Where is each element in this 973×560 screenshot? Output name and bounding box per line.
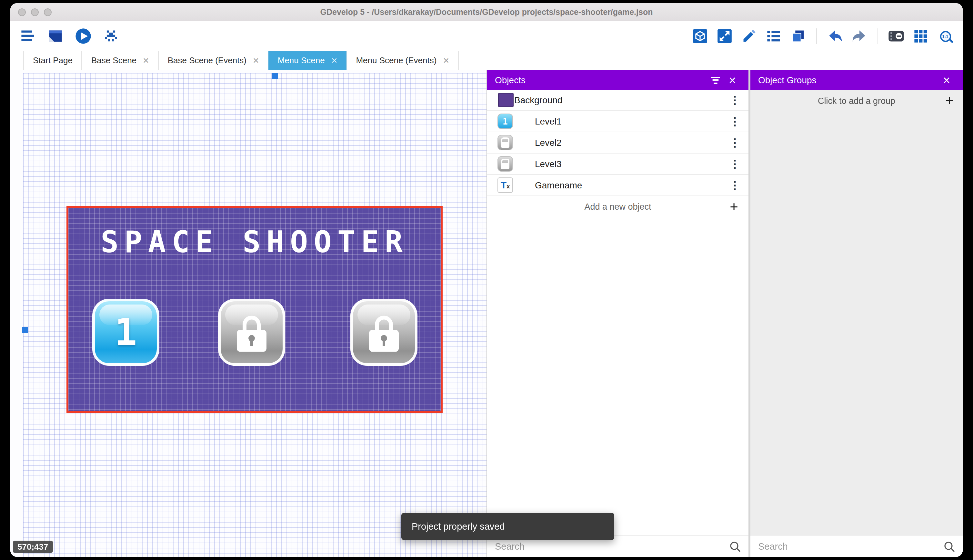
- toolbar-separator: [878, 28, 878, 44]
- tab-menu-scene-events[interactable]: Menu Scene (Events) ×: [347, 51, 459, 70]
- object-swap-icon: [717, 28, 732, 44]
- object-groups-panel-title: Object Groups: [758, 75, 938, 85]
- project-manager-button[interactable]: [19, 28, 36, 45]
- filter-icon: [711, 77, 720, 83]
- traffic-lights: [18, 8, 52, 16]
- object-label: Level2: [535, 137, 728, 148]
- close-window-button[interactable]: [18, 8, 26, 16]
- tab-close-icon[interactable]: ×: [332, 55, 337, 65]
- add-group-label: Click to add a group: [818, 96, 895, 105]
- edit-pencil-button[interactable]: [741, 28, 758, 45]
- redo-icon: [851, 28, 868, 45]
- tab-menu-scene[interactable]: Menu Scene ×: [269, 51, 347, 70]
- toolbar-right-group: 1:1: [692, 28, 954, 45]
- add-object-label: Add a new object: [584, 202, 651, 212]
- undo-button[interactable]: [826, 28, 843, 45]
- scene-window-button[interactable]: [47, 28, 64, 45]
- cube-3d-view-button[interactable]: [692, 28, 708, 45]
- background-object-icon: [498, 93, 513, 107]
- tab-base-scene-events[interactable]: Base Scene (Events) ×: [159, 51, 269, 70]
- kebab-menu-icon[interactable]: ⋮: [728, 157, 742, 171]
- level1-object-icon: [498, 113, 513, 129]
- toolbar-separator: [816, 28, 817, 44]
- kebab-menu-icon[interactable]: ⋮: [728, 115, 742, 128]
- preview-play-icon: [75, 28, 92, 45]
- object-groups-panel: Object Groups × Click to add a group +: [748, 70, 963, 557]
- grid-toggle-button[interactable]: [912, 28, 929, 45]
- tab-label: Menu Scene (Events): [356, 55, 437, 65]
- object-row-level1[interactable]: Level1 ⋮: [487, 111, 748, 132]
- add-group-plus-icon[interactable]: +: [945, 93, 954, 108]
- add-object-plus-icon[interactable]: +: [730, 200, 738, 214]
- window-mask-toggle-button[interactable]: [888, 28, 905, 45]
- groups-search-bar: [750, 535, 963, 557]
- selection-handle[interactable]: [272, 73, 278, 79]
- locked-object-icon: [498, 135, 513, 150]
- locked-object-icon: [498, 156, 513, 172]
- groups-search-input[interactable]: [758, 541, 943, 551]
- selection-handle[interactable]: [22, 327, 28, 333]
- events-list-button[interactable]: [765, 28, 782, 45]
- filter-button[interactable]: [707, 72, 724, 88]
- objects-search-input[interactable]: [495, 541, 729, 551]
- objects-panel: Objects × Background ⋮: [487, 70, 748, 557]
- cursor-coordinates-badge: 570;437: [13, 541, 53, 553]
- desktop: GDevelop 5 - /Users/dkarakay/Documents/G…: [0, 0, 973, 560]
- padlock-keyhole: [381, 335, 387, 341]
- window-mask-icon: [888, 28, 905, 45]
- padlock-icon: [237, 315, 267, 352]
- zoom-1-1-button[interactable]: 1:1: [937, 28, 954, 45]
- scene-instance-background[interactable]: SPACE SHOOTER 1: [67, 206, 443, 413]
- toolbar-left-group: [19, 28, 119, 45]
- kebab-menu-icon[interactable]: ⋮: [728, 93, 742, 107]
- level1-button-sprite[interactable]: 1: [92, 299, 159, 366]
- objects-panel-header: Objects ×: [487, 70, 748, 90]
- layers-button[interactable]: [790, 28, 806, 45]
- debug-icon: [103, 28, 119, 44]
- save-toast: Project properly saved: [402, 513, 614, 540]
- text-object-icon: [498, 177, 513, 193]
- add-group-row[interactable]: Click to add a group +: [750, 90, 963, 112]
- object-row-gamename[interactable]: Gamename ⋮: [487, 175, 748, 196]
- minimize-window-button[interactable]: [31, 8, 39, 16]
- tab-label: Start Page: [33, 55, 73, 65]
- preview-play-button[interactable]: [75, 28, 92, 45]
- add-object-row[interactable]: Add a new object +: [487, 196, 748, 217]
- zoom-1-1-icon: 1:1: [940, 31, 951, 42]
- level1-digit: 1: [95, 301, 157, 363]
- padlock-keyhole: [248, 335, 255, 341]
- undo-icon: [826, 28, 843, 45]
- objects-panel-title: Objects: [495, 75, 707, 85]
- tab-label: Base Scene: [91, 55, 137, 65]
- gdevelop-window: GDevelop 5 - /Users/dkarakay/Documents/G…: [10, 3, 963, 557]
- edit-pencil-icon: [741, 28, 757, 44]
- level2-button-sprite[interactable]: [218, 299, 285, 366]
- close-icon: ×: [943, 74, 950, 86]
- zoom-window-button[interactable]: [44, 8, 52, 16]
- object-row-level2[interactable]: Level2 ⋮: [487, 132, 748, 153]
- kebab-menu-icon[interactable]: ⋮: [728, 178, 742, 192]
- object-row-level3[interactable]: Level3 ⋮: [487, 153, 748, 175]
- tab-close-icon[interactable]: ×: [143, 55, 149, 65]
- zoom-label: 1:1: [942, 34, 948, 38]
- tab-close-icon[interactable]: ×: [443, 55, 449, 65]
- redo-button[interactable]: [851, 28, 868, 45]
- object-row-background[interactable]: Background ⋮: [487, 90, 748, 111]
- kebab-menu-icon[interactable]: ⋮: [728, 136, 742, 149]
- level3-button-sprite[interactable]: [350, 299, 417, 366]
- object-swap-button[interactable]: [716, 28, 733, 45]
- tab-label: Menu Scene: [278, 55, 325, 65]
- objects-panel-close-button[interactable]: ×: [724, 72, 741, 88]
- close-icon: ×: [729, 74, 736, 86]
- debug-button[interactable]: [103, 28, 119, 45]
- tab-start-page[interactable]: Start Page: [23, 51, 82, 70]
- padlock-icon: [369, 315, 399, 352]
- object-label: Level1: [535, 116, 728, 127]
- search-icon: [729, 540, 741, 552]
- object-groups-close-button[interactable]: ×: [938, 72, 955, 88]
- grid-icon: [913, 28, 928, 44]
- tab-close-icon[interactable]: ×: [253, 55, 259, 65]
- layers-icon: [790, 28, 806, 44]
- scene-editor-canvas[interactable]: SPACE SHOOTER 1: [10, 70, 487, 557]
- tab-base-scene[interactable]: Base Scene ×: [82, 51, 159, 70]
